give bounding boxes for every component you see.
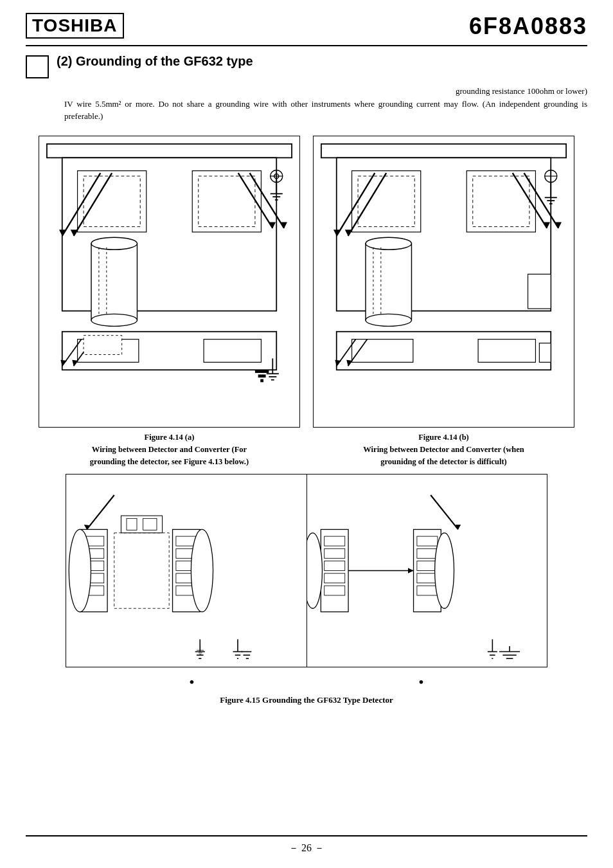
svg-line-123: [431, 495, 458, 529]
header: TOSHIBA 6F8A0883: [26, 13, 587, 46]
desc-line2: IV wire 5.5mm² or more. Do not share a g…: [64, 99, 587, 122]
svg-rect-39: [258, 374, 266, 377]
svg-rect-3: [84, 176, 140, 226]
svg-point-16: [91, 314, 137, 326]
svg-rect-41: [84, 335, 122, 354]
svg-point-122: [434, 533, 454, 608]
figure-15-box: ⏚: [66, 474, 548, 667]
svg-point-83: [69, 530, 91, 612]
svg-rect-0: [47, 143, 292, 157]
svg-point-90: [191, 530, 213, 612]
svg-line-95: [87, 495, 114, 529]
toshiba-logo: TOSHIBA: [26, 13, 124, 39]
bullet-2: •: [418, 674, 423, 691]
page-number: － 26 －: [289, 842, 324, 853]
svg-point-57: [366, 314, 411, 326]
svg-rect-55: [366, 243, 411, 320]
svg-rect-21: [204, 339, 261, 362]
svg-rect-110: [324, 537, 344, 547]
svg-point-56: [366, 237, 411, 249]
svg-rect-38: [255, 370, 269, 373]
svg-rect-93: [127, 519, 137, 530]
svg-rect-113: [324, 574, 344, 583]
svg-rect-47: [473, 176, 529, 226]
svg-rect-60: [528, 274, 551, 309]
svg-rect-14: [91, 243, 137, 320]
svg-rect-111: [324, 549, 344, 559]
section-title: (2) Grounding of the GF632 type: [26, 54, 587, 78]
svg-rect-91: [114, 533, 168, 608]
svg-rect-42: [321, 143, 566, 157]
svg-rect-5: [199, 176, 255, 226]
figure-14b-caption: Figure 4.14 (b) Wiring between Detector …: [363, 431, 524, 467]
doc-number: 6F8A0883: [469, 13, 587, 40]
svg-marker-126: [407, 568, 413, 574]
section-heading: (2) Grounding of the GF632 type: [57, 54, 253, 69]
section-icon: [26, 55, 49, 78]
figure-15-left: ⏚: [66, 475, 307, 667]
svg-rect-62: [352, 339, 413, 362]
svg-point-15: [91, 237, 137, 249]
svg-rect-63: [478, 339, 535, 362]
svg-rect-112: [324, 561, 344, 571]
description: grounding resistance 100ohm or lower) IV…: [64, 85, 587, 123]
figures-row-14: Figure 4.14 (a) Wiring between Detector …: [39, 136, 574, 468]
svg-rect-76: [539, 343, 551, 362]
figure-14a-box: [39, 136, 300, 428]
svg-rect-121: [416, 586, 437, 595]
figure-14b-container: Figure 4.14 (b) Wiring between Detector …: [313, 136, 574, 468]
figure-14b-box: [313, 136, 574, 428]
svg-rect-114: [324, 586, 344, 595]
svg-point-115: [307, 533, 322, 608]
svg-rect-45: [358, 176, 414, 226]
bullet-row: • •: [77, 674, 536, 691]
bullet-1: •: [189, 674, 194, 691]
figure-15-caption: Figure 4.15 Grounding the GF632 Type Det…: [26, 695, 587, 705]
figure-15-wrapper: ⏚: [39, 474, 574, 667]
desc-line1: grounding resistance 100ohm or lower): [64, 85, 587, 98]
figure-14a-caption: Figure 4.14 (a) Wiring between Detector …: [90, 431, 249, 467]
figure-14a-container: Figure 4.14 (a) Wiring between Detector …: [39, 136, 300, 468]
svg-rect-118: [416, 549, 437, 559]
footer: － 26 －: [26, 835, 587, 855]
svg-rect-40: [260, 379, 263, 382]
figure-15-right: [307, 475, 547, 667]
svg-rect-94: [143, 519, 156, 530]
svg-rect-117: [416, 537, 437, 547]
